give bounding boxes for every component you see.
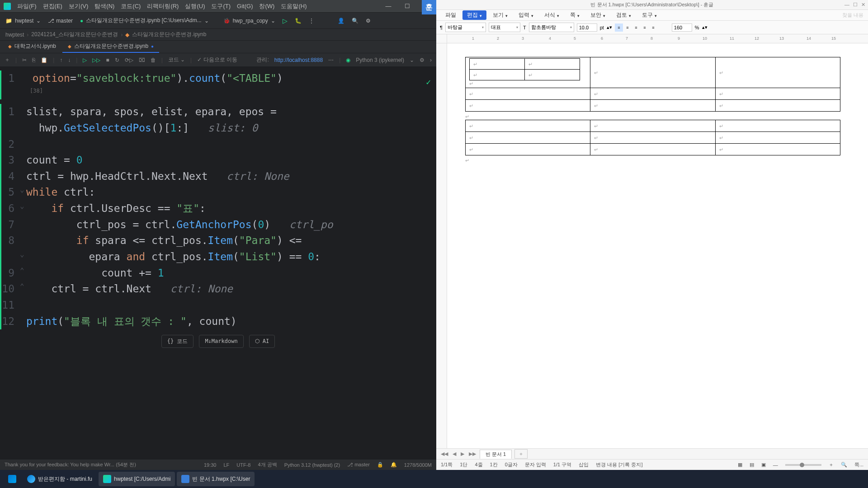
paste-icon[interactable]: 📋 xyxy=(41,57,47,63)
hwp-menu-view[interactable]: 보기 xyxy=(488,10,512,20)
clear-output-icon[interactable]: ⌧ xyxy=(139,57,145,63)
menu-navigate[interactable]: 탐색(N) xyxy=(94,2,114,10)
menu-edit[interactable]: 편집(E) xyxy=(43,2,62,10)
breadcrumb-item[interactable]: 20241214_스타일개요문단수준변경 xyxy=(31,31,118,38)
size-stepper-icon[interactable]: ▴▾ xyxy=(607,24,612,30)
view-mode-icon[interactable]: ▣ xyxy=(761,462,766,468)
align-justify-icon[interactable]: ≡ xyxy=(641,23,649,32)
hwp-menu-security[interactable]: 보안 xyxy=(586,10,610,20)
restart-run-icon[interactable]: ⟳▷ xyxy=(125,57,133,63)
hwp-maximize-icon[interactable]: ☐ xyxy=(853,2,858,8)
status-git-branch[interactable]: ⎇ master xyxy=(347,462,370,468)
document-tab[interactable]: 빈 문서 1 xyxy=(480,450,512,459)
debug-button[interactable]: 🐛 xyxy=(295,18,302,24)
menu-code[interactable]: 코드(C) xyxy=(121,2,141,10)
hwp-menu-file[interactable]: 파일 xyxy=(441,10,461,20)
restart-icon[interactable]: ↻ xyxy=(115,57,119,63)
goto-next[interactable]: ✓ 다음으로 이동 xyxy=(197,56,237,64)
window-maximize-icon[interactable]: ☐ xyxy=(401,3,414,9)
more-actions-icon[interactable]: ⋮ xyxy=(309,18,314,24)
menu-window[interactable]: 창(W) xyxy=(259,2,274,10)
run-cell-icon[interactable]: ▷ xyxy=(83,57,87,63)
taskbar-pycharm[interactable]: hwptest [C:/Users/Admi xyxy=(99,472,175,486)
run-button[interactable]: ▷ xyxy=(283,17,288,24)
hwp-menu-tools[interactable]: 도구 xyxy=(637,10,661,20)
tab-last-icon[interactable]: ▶▶ xyxy=(468,451,477,457)
lang-select[interactable]: 대표 xyxy=(489,23,520,32)
nested-table[interactable]: ↵↵ ↵↵ xyxy=(469,58,580,80)
align-right-icon[interactable]: ≡ xyxy=(632,23,640,32)
hwp-menu-format[interactable]: 서식 xyxy=(540,10,564,20)
breadcrumb-item[interactable]: hwptest xyxy=(5,32,24,38)
cell-type-selector[interactable]: 코드 ⌄ xyxy=(168,56,185,64)
move-down-icon[interactable]: ↓ xyxy=(68,57,71,63)
hwp-close-icon[interactable]: ✕ xyxy=(861,2,865,8)
settings-icon[interactable]: ⚙ xyxy=(366,18,371,24)
menu-refactor[interactable]: 리팩터링(R) xyxy=(147,2,179,10)
menu-run[interactable]: 실행(U) xyxy=(185,2,205,10)
tab-file-1[interactable]: ◆ 대학교서식.ipynb xyxy=(3,41,61,53)
align-left-icon[interactable]: ≡ xyxy=(615,23,623,32)
hwp-menu-review[interactable]: 검토 xyxy=(612,10,636,20)
cut-icon[interactable]: ✂ xyxy=(22,57,27,63)
taskbar-hwp[interactable]: 빈 문서 1.hwpx [C:\User xyxy=(177,472,255,486)
project-selector[interactable]: 📁 hwptest xyxy=(5,18,41,24)
hwp-menu-input[interactable]: 입력 xyxy=(514,10,538,20)
align-center-icon[interactable]: ≡ xyxy=(623,23,632,32)
status-lineending[interactable]: LF xyxy=(223,462,229,468)
user-icon[interactable]: 👤 xyxy=(338,18,344,24)
style-select[interactable]: 바탕글 xyxy=(445,23,486,32)
zoom-input[interactable]: 160 xyxy=(672,23,692,32)
menu-help[interactable]: 도움말(H) xyxy=(281,2,307,10)
tab-prev-icon[interactable]: ◀ xyxy=(452,451,457,457)
breadcrumb-item[interactable]: 스타일개요문단수준변경.ipynb xyxy=(132,31,206,38)
add-ai-cell-button[interactable]: ⬡ AI xyxy=(249,335,275,348)
window-minimize-icon[interactable]: — xyxy=(382,3,395,9)
hwp-menu-edit[interactable]: 편집 xyxy=(462,10,486,20)
zoom-fit-icon[interactable]: 🔍 xyxy=(841,462,847,468)
delete-icon[interactable]: 🗑 xyxy=(151,57,156,63)
copy-icon[interactable]: ⎘ xyxy=(32,57,35,63)
run-all-icon[interactable]: ▷▷ xyxy=(92,57,100,63)
status-interpreter[interactable]: Python 3.12 (hwptest) (2) xyxy=(284,462,340,468)
align-dist-icon[interactable]: ≡ xyxy=(649,23,657,32)
status-notifications-icon[interactable]: 🔔 xyxy=(391,462,397,468)
hwp-ruler[interactable]: 1 2 3 4 5 6 7 8 9 10 11 12 13 14 15 xyxy=(436,34,868,43)
status-encoding[interactable]: UTF-8 xyxy=(236,462,250,468)
hwp-document-canvas[interactable]: ↵↵ ↵↵ ↵ ↵ ↵ ↵↵↵ ↵↵↵ ↵ ↵↵↵ ↵↵↵ xyxy=(447,43,868,448)
stop-icon[interactable]: ■ xyxy=(106,57,109,63)
kernel-settings-icon[interactable]: ⚙ xyxy=(420,57,425,63)
menu-tools[interactable]: 도구(T) xyxy=(211,2,231,10)
tab-next-icon[interactable]: ▶ xyxy=(460,451,465,457)
tab-file-2[interactable]: ◆ 스타일개요문단수준변경.ipynb ● xyxy=(62,41,159,53)
add-document-tab[interactable]: ＋ xyxy=(514,449,528,459)
document-table-1[interactable]: ↵↵ ↵↵ ↵ ↵ ↵ ↵↵↵ ↵↵↵ xyxy=(465,57,840,112)
move-up-icon[interactable]: ↑ xyxy=(60,57,62,63)
kernel-selector[interactable]: Python 3 (ipykernel) xyxy=(356,57,404,63)
hwp-search-input[interactable]: 찾을 내용 xyxy=(842,12,863,19)
menu-file[interactable]: 파일(F) xyxy=(17,2,37,10)
git-branch-selector[interactable]: master xyxy=(48,18,73,24)
font-select[interactable]: 함초롬바탕 xyxy=(529,23,574,32)
code-editor[interactable]: ✓ 1 option="saveblock:true").count("<TAB… xyxy=(0,67,436,459)
search-icon[interactable]: 🔍 xyxy=(352,18,359,24)
hwp-vertical-ruler[interactable] xyxy=(436,43,447,448)
jupyter-url[interactable]: http://localhost:8888 xyxy=(274,57,323,63)
start-button[interactable] xyxy=(4,472,21,486)
tab-first-icon[interactable]: ◀◀ xyxy=(440,451,449,457)
status-change-track[interactable]: 변경 내용 [기록 중지] xyxy=(596,461,642,468)
run-config-secondary[interactable]: 🐞 hwp_rpa_copy ⌄ xyxy=(223,18,275,24)
menu-view[interactable]: 보기(V) xyxy=(69,2,88,10)
taskbar-edge[interactable]: 받은편지함 - martini.fu xyxy=(23,472,97,486)
view-mode-icon[interactable]: ▦ xyxy=(738,462,742,468)
font-size-input[interactable]: 10.0 xyxy=(577,23,597,32)
hwp-minimize-icon[interactable]: — xyxy=(844,2,849,8)
menu-git[interactable]: Git(G) xyxy=(237,3,253,9)
expand-icon[interactable]: › xyxy=(430,57,432,63)
add-cell-icon[interactable]: ＋ xyxy=(5,56,10,64)
zoom-in-icon[interactable]: ＋ xyxy=(829,461,834,468)
add-markdown-cell-button[interactable]: M↓Markdown xyxy=(199,335,243,348)
status-memory[interactable]: 1278/5000M xyxy=(404,462,432,468)
add-code-cell-button[interactable]: {} 코드 xyxy=(161,335,194,348)
zoom-stepper-icon[interactable]: ▴▾ xyxy=(702,24,708,30)
